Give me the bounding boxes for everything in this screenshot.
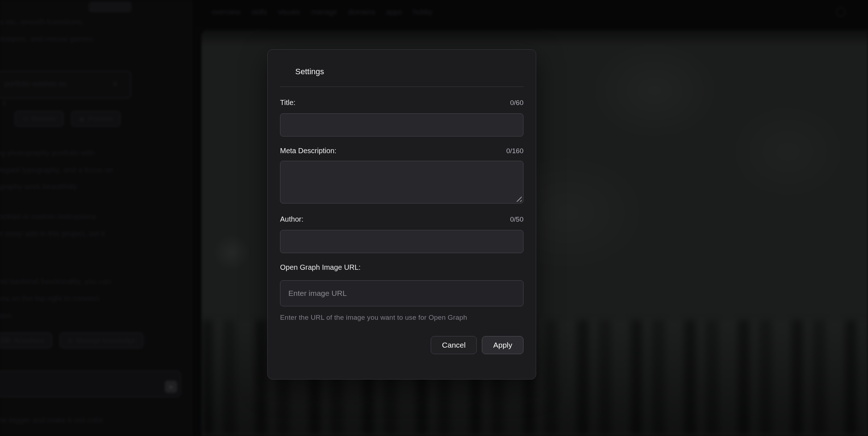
modal-actions: Cancel Apply bbox=[280, 336, 523, 354]
canvas-glow bbox=[212, 232, 251, 272]
chat-message-line: eed backend functionality, you can bbox=[0, 277, 111, 286]
author-input[interactable] bbox=[280, 230, 523, 253]
user-message-card: portfolio washes as ✕ bbox=[0, 71, 131, 98]
chat-input[interactable]: ➤ bbox=[0, 370, 181, 397]
chat-message-line: base. bbox=[0, 311, 13, 320]
modal-divider bbox=[280, 87, 523, 87]
restore-label: Restore bbox=[32, 115, 56, 123]
title-char-counter: 0/60 bbox=[510, 99, 523, 107]
meta-description-textarea[interactable] bbox=[280, 161, 523, 204]
anywhere-label: Anywhere bbox=[14, 336, 45, 344]
send-button[interactable]: ➤ bbox=[165, 381, 177, 393]
preview-icon: ◉ bbox=[79, 115, 85, 123]
chat-message-line: ography work beautifully. bbox=[0, 182, 79, 191]
top-nav-item[interactable]: visuals bbox=[278, 8, 300, 16]
knowledge-icon: ⧉ bbox=[67, 337, 72, 344]
manage-knowledge-label: Manage knowledge bbox=[76, 336, 135, 344]
user-message-text: portfolio washes as bbox=[4, 80, 66, 88]
chat-message-line: s bbox=[2, 98, 6, 107]
restore-button[interactable]: ⟲ Restore bbox=[14, 111, 64, 127]
send-icon: ➤ bbox=[168, 383, 173, 390]
chat-message-line: ke away add in this project, set it bbox=[0, 229, 105, 238]
chat-message-line: techniques, and mouse games. bbox=[0, 34, 95, 43]
chat-message-line: the bigger and make it red color bbox=[0, 416, 103, 424]
top-nav-item[interactable]: apps bbox=[386, 8, 402, 16]
chat-message-line: cocktail or custom instructions bbox=[0, 212, 96, 221]
og-image-field-group: Open Graph Image URL: Enter the URL of t… bbox=[280, 263, 523, 322]
chat-message-line: ing photography portfolio with bbox=[0, 148, 94, 157]
title-label: Title: bbox=[280, 98, 296, 107]
chat-message-line: tons on the top right to connect bbox=[0, 294, 99, 303]
top-nav-item[interactable]: domains bbox=[348, 8, 376, 16]
chat-message-line: hats etc, smooth transitions, bbox=[0, 17, 84, 26]
top-nav-item[interactable]: hobby bbox=[413, 8, 433, 16]
title-input[interactable] bbox=[280, 113, 523, 137]
meta-description-char-counter: 0/160 bbox=[506, 147, 523, 155]
keyboard-icon: ⌨ bbox=[1, 336, 10, 344]
account-icon[interactable] bbox=[836, 7, 846, 17]
manage-knowledge-button[interactable]: ⧉ Manage knowledge bbox=[59, 332, 143, 348]
cancel-button[interactable]: Cancel bbox=[431, 336, 477, 354]
modal-title: Settings bbox=[295, 67, 523, 76]
meta-description-field-group: Meta Description: 0/160 bbox=[280, 147, 523, 204]
chat-sidebar: hats etc, smooth transitions, techniques… bbox=[0, 0, 192, 436]
author-field-group: Author: 0/50 bbox=[280, 215, 523, 253]
preview-button[interactable]: ◉ Preview bbox=[71, 111, 121, 127]
restore-icon: ⟲ bbox=[22, 115, 28, 123]
app-screen: overview skills visuals manage domains a… bbox=[0, 0, 868, 436]
meta-description-label: Meta Description: bbox=[280, 147, 337, 155]
top-nav-item[interactable]: skills bbox=[251, 8, 267, 16]
top-nav-item[interactable]: manage bbox=[311, 8, 337, 16]
top-nav: overview skills visuals manage domains a… bbox=[212, 0, 433, 24]
og-image-helper-text: Enter the URL of the image you want to u… bbox=[280, 314, 523, 322]
chat-message-line: elegant typography, and a focus on bbox=[0, 165, 113, 174]
author-label: Author: bbox=[280, 215, 303, 223]
og-image-url-input[interactable] bbox=[280, 280, 523, 306]
knowledge-actions: ⌨ Anywhere ⧉ Manage knowledge bbox=[0, 332, 143, 348]
sidebar-active-tab[interactable] bbox=[89, 1, 132, 12]
close-icon[interactable]: ✕ bbox=[112, 80, 118, 88]
message-actions: ⟲ Restore ◉ Preview bbox=[14, 111, 121, 127]
preview-label: Preview bbox=[88, 115, 113, 123]
apply-button[interactable]: Apply bbox=[482, 336, 523, 354]
title-field-group: Title: 0/60 bbox=[280, 98, 523, 137]
author-char-counter: 0/50 bbox=[510, 215, 523, 223]
og-image-url-label: Open Graph Image URL: bbox=[280, 263, 360, 272]
anywhere-button[interactable]: ⌨ Anywhere bbox=[0, 332, 52, 348]
settings-modal: Settings Title: 0/60 Meta Description: 0… bbox=[267, 49, 536, 380]
top-nav-item[interactable]: overview bbox=[212, 8, 241, 16]
